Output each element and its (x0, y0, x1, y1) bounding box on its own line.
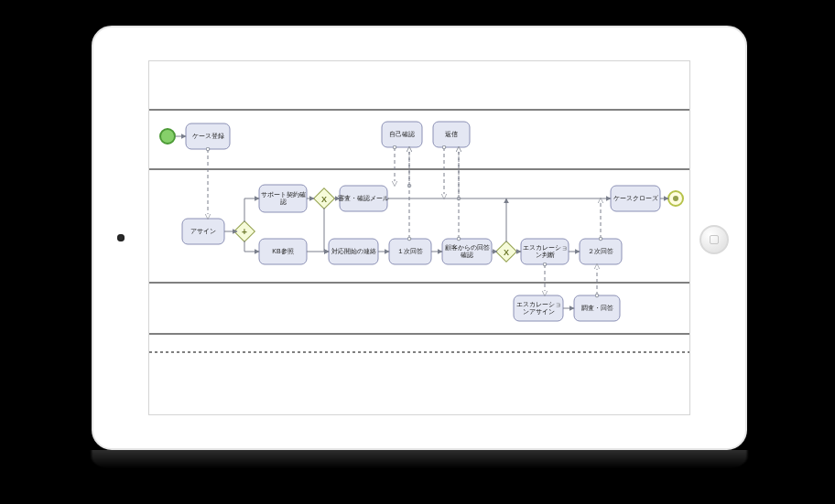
gateway-parallel: + (234, 221, 255, 242)
tablet-device: ケース登録 自己確認 返信 アサイン + サポート契約確認 K (92, 26, 747, 450)
label-case-close: ケースクローズ (613, 195, 659, 201)
gateway-xor1: X (314, 188, 335, 209)
reflection (92, 450, 747, 468)
label-self-confirm: 自己確認 (389, 131, 415, 137)
svg-text:X: X (504, 248, 509, 257)
label-second-answer: ２次回答 (588, 248, 613, 255)
home-button[interactable] (699, 225, 729, 254)
bpmn-svg: ケース登録 自己確認 返信 アサイン + サポート契約確認 K (149, 61, 689, 415)
svg-point-8 (673, 196, 678, 201)
label-return: 返信 (445, 131, 458, 137)
end-event (668, 191, 683, 206)
label-notify-start: 対応開始の連絡 (331, 248, 376, 255)
label-review-mail: 審査・確認メール (338, 195, 389, 201)
gateway-xor2: X (496, 241, 517, 263)
svg-text:+: + (242, 227, 247, 237)
label-kb-search: KB参照 (272, 248, 293, 255)
label-assign: アサイン (190, 228, 216, 235)
start-event (160, 129, 175, 144)
svg-text:X: X (321, 195, 327, 204)
stage: ケース登録 自己確認 返信 アサイン + サポート契約確認 K (0, 0, 835, 504)
label-case-register: ケース登録 (192, 133, 224, 139)
camera-icon (117, 234, 125, 241)
label-first-answer: １次回答 (397, 248, 423, 255)
label-investigate: 調査・回答 (581, 305, 613, 311)
flow-gw-kb (244, 241, 259, 252)
bpmn-canvas: ケース登録 自己確認 返信 アサイン + サポート契約確認 K (149, 61, 689, 414)
label-escalation-assign: エスカレーションアサイン (516, 301, 561, 316)
flow-gw-support (244, 198, 259, 222)
flow-xor1-notify (324, 208, 329, 252)
screen: ケース登録 自己確認 返信 アサイン + サポート契約確認 K (148, 60, 690, 415)
